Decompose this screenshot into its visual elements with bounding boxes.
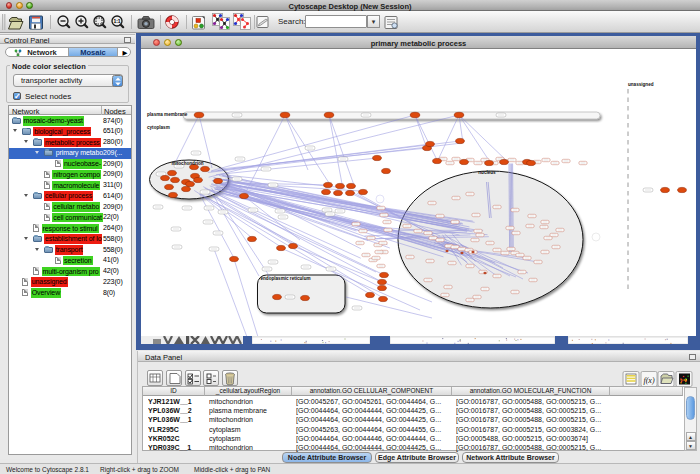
svg-text:cytoplasm: cytoplasm: [147, 125, 170, 130]
svg-text:1:1: 1:1: [113, 18, 120, 24]
svg-text:endoplasmic reticulum: endoplasmic reticulum: [261, 276, 311, 281]
svg-text:nucleus: nucleus: [478, 170, 496, 175]
svg-text:f(x): f(x): [643, 376, 654, 385]
svg-text:mitochondrion: mitochondrion: [171, 161, 203, 166]
svg-text:plasma membrane: plasma membrane: [147, 112, 188, 117]
svg-text:unassigned: unassigned: [628, 82, 654, 87]
